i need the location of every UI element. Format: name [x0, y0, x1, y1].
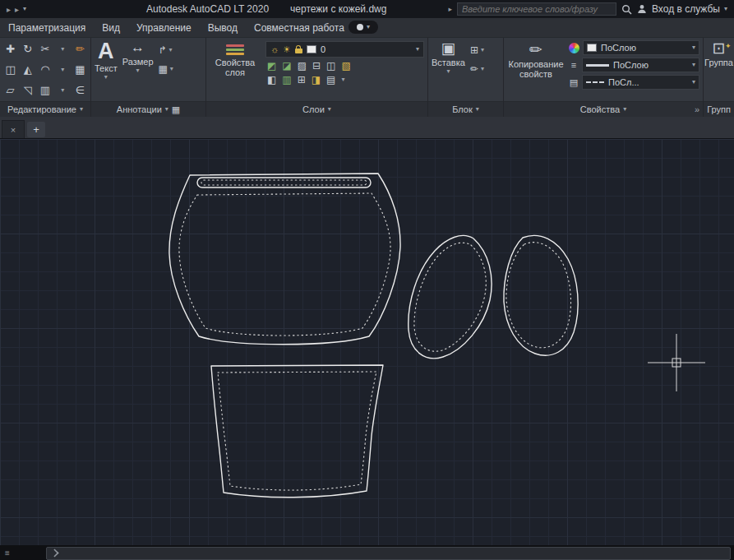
panel-label-group[interactable]: Групп — [704, 101, 734, 117]
layer-tool-icon[interactable]: ◨ — [312, 74, 321, 86]
layer-tool-icon[interactable]: ▤ — [326, 74, 335, 86]
window-title: Autodesk AutoCAD LT 2020 чертежи с кожей… — [146, 3, 386, 15]
chevron-down-icon[interactable]: ▾ — [61, 66, 64, 73]
tab-output[interactable]: Вывод — [208, 22, 238, 34]
close-icon[interactable]: × — [11, 125, 16, 135]
trim-icon[interactable]: ✂ — [41, 43, 50, 55]
pattern-piece-gusset-right[interactable] — [504, 235, 578, 355]
panel-group: ⊡✦ Группа Групп — [704, 38, 734, 117]
qat-customize-icon[interactable]: ▾ — [23, 6, 26, 12]
tab-parametrization[interactable]: Параметризация — [8, 22, 85, 34]
panel-layers: Свойства слоя ☼ ☀ 0 ▾ ◩ ◪ ▨ — [206, 38, 428, 117]
tab-collaborate[interactable]: Совместная работа — [254, 22, 344, 34]
leader-icon: ↱ — [159, 44, 167, 56]
layer-properties-button[interactable]: Свойства слоя — [210, 39, 261, 100]
layer-tool-icon[interactable]: ◧ — [267, 74, 276, 86]
lineweight-dropdown[interactable]: ПоСлою ▾ — [582, 58, 699, 72]
dimension-icon: ↔ — [131, 40, 145, 56]
mirror-icon[interactable]: ◭ — [24, 63, 32, 76]
command-input[interactable] — [46, 547, 731, 560]
group-button-label: Группа — [704, 58, 733, 67]
ribbon-overflow-icon[interactable]: » — [695, 104, 699, 114]
layer-tool-icon[interactable]: ◩ — [267, 60, 276, 72]
pattern-piece-gusset-left[interactable] — [409, 235, 492, 358]
panel-label-text: Слои — [302, 104, 325, 114]
array-icon[interactable]: ▦ — [75, 63, 85, 76]
lineweight-value: ПоСлою — [613, 60, 649, 70]
linetype-dropdown[interactable]: ПоСл... ▾ — [582, 75, 699, 90]
lineweight-list-icon: ≡ — [569, 60, 579, 70]
panel-label-properties[interactable]: Свойства ▾ » — [504, 101, 703, 117]
layer-tool-icon[interactable]: ▨ — [298, 60, 307, 72]
ribbon-state-toggle[interactable]: ▾ — [349, 21, 378, 34]
pattern-piece-body[interactable] — [169, 174, 400, 345]
layer-tool-icon[interactable]: ▧ — [341, 60, 350, 72]
edit-block-button[interactable]: ✏ ▾ — [470, 63, 484, 75]
command-customize-icon[interactable]: ≡ — [3, 548, 12, 558]
color-wheel-icon — [569, 43, 579, 53]
grip-icon[interactable]: ▥ — [40, 84, 50, 96]
panel-label-text: Редактирование — [7, 104, 76, 114]
layers-icon — [226, 42, 244, 57]
panel-block: ▣ Вставка ▾ ⊞ ▾ ✏ ▾ Блок ▾ — [428, 38, 504, 117]
layer-dropdown[interactable]: ☼ ☀ 0 ▾ — [265, 41, 424, 58]
panel-label-annotation[interactable]: Аннотации ▾ ▦ — [91, 101, 205, 117]
dimension-button[interactable]: ↔ Размер ▾ — [122, 38, 154, 101]
linetype-value: ПоСл... — [608, 77, 639, 87]
pattern-piece-bottom-panel[interactable] — [211, 365, 383, 498]
layer-tool-icon[interactable]: ◪ — [282, 60, 291, 72]
object-color-dropdown[interactable]: ПоСлою ▾ — [583, 40, 699, 55]
create-block-button[interactable]: ⊞ ▾ — [470, 44, 484, 56]
search-icon[interactable] — [621, 4, 632, 15]
group-icon: ⊡✦ — [713, 40, 726, 57]
chevron-down-icon: ▾ — [446, 68, 450, 75]
chevron-down-icon[interactable]: ▾ — [61, 45, 64, 53]
group-button[interactable]: ⊡✦ Группа — [704, 38, 733, 101]
tab-view[interactable]: Вид — [102, 22, 120, 34]
layer-tool-icon[interactable]: ⊞ — [298, 74, 306, 86]
dimension-button-label: Размер — [122, 57, 154, 67]
color-value: ПоСлою — [601, 43, 636, 53]
copy-icon[interactable]: ◫ — [5, 63, 15, 76]
panel-label-editing[interactable]: Редактирование ▾ — [0, 101, 90, 117]
stretch-icon[interactable]: ▱ — [7, 84, 15, 96]
offset-icon[interactable]: ∈ — [76, 84, 85, 96]
create-block-icon: ⊞ — [470, 44, 478, 56]
table-icon[interactable]: ▦ — [172, 104, 180, 115]
chevron-down-icon: ▾ — [481, 66, 484, 72]
chevron-down-icon: ▾ — [416, 46, 419, 53]
file-tab[interactable]: × — [2, 120, 25, 138]
keyword-search-input[interactable] — [457, 2, 616, 16]
layer-freeze-icon: ☀ — [283, 44, 291, 55]
titlebar: ▸ ▸ ▾ Autodesk AutoCAD LT 2020 чертежи с… — [0, 0, 734, 18]
chevron-down-icon: ▾ — [165, 106, 168, 113]
panel-label-layers[interactable]: Слои ▾ — [206, 101, 427, 117]
leader-button[interactable]: ↱ ▾ — [159, 44, 173, 56]
tab-manage[interactable]: Управление — [136, 22, 192, 34]
plus-icon: + — [33, 123, 39, 136]
qat-arrow-icon[interactable]: ▸ — [15, 5, 19, 14]
layer-tool-icon[interactable]: ◫ — [326, 60, 335, 72]
chevron-down-icon[interactable]: ▾ — [61, 86, 64, 94]
scale-icon[interactable]: ◹ — [24, 84, 32, 96]
rotate-icon[interactable]: ↻ — [23, 43, 32, 55]
panel-label-block[interactable]: Блок ▾ — [428, 101, 503, 117]
ribbon-tab-bar: Параметризация Вид Управление Вывод Совм… — [0, 18, 734, 38]
chevron-down-icon[interactable]: ▾ — [341, 76, 344, 83]
drawing-canvas[interactable] — [0, 139, 734, 545]
signin-button[interactable]: Вход в службы ▾ — [652, 3, 727, 15]
layer-tool-icon[interactable]: ⊟ — [312, 60, 321, 72]
text-button[interactable]: A Текст ▾ — [95, 38, 118, 101]
fillet-icon[interactable]: ◠ — [40, 63, 49, 76]
insert-block-button[interactable]: ▣ Вставка ▾ — [432, 38, 465, 101]
layer-tool-icon[interactable]: ▥ — [282, 74, 291, 86]
qat-arrow-icon[interactable]: ▸ — [7, 5, 11, 14]
search-collapse-icon[interactable]: ▸ — [448, 5, 452, 13]
new-tab-button[interactable]: + — [27, 122, 45, 137]
erase-icon[interactable]: ✏ — [76, 43, 85, 55]
color-swatch — [587, 44, 597, 52]
table-button[interactable]: ▦ ▾ — [159, 63, 173, 75]
panel-label-text: Групп — [707, 104, 731, 114]
match-properties-button[interactable]: ✏ Копирование свойств — [507, 39, 565, 100]
move-icon[interactable]: ✚ — [6, 43, 15, 55]
